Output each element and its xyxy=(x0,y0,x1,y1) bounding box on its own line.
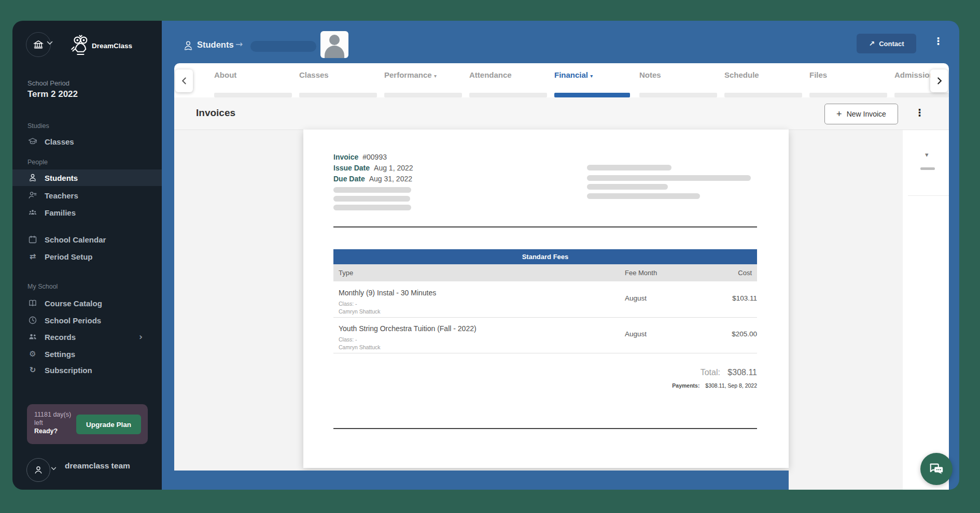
teacher-person-icon xyxy=(28,191,37,200)
invoices-kebab-menu-icon[interactable]: ⋮ xyxy=(915,107,925,118)
tab-files[interactable]: Files xyxy=(809,70,827,79)
upgrade-plan-button[interactable]: Upgrade Plan xyxy=(76,415,141,434)
sidebar-item-families[interactable]: Families xyxy=(12,204,162,221)
col-type: Type xyxy=(339,269,353,277)
contact-button-label: Contact xyxy=(879,40,904,48)
avatar-silhouette-head xyxy=(329,35,340,45)
sidebar-item-period-setup[interactable]: ⇄ Period Setup xyxy=(12,248,162,265)
invoice-number: #00993 xyxy=(362,153,387,161)
breadcrumb[interactable]: Students xyxy=(197,40,234,50)
col-cost: Cost xyxy=(738,269,752,277)
sidebar-item-settings[interactable]: ⚙ Settings xyxy=(12,346,162,362)
sidebar-item-classes[interactable]: Classes xyxy=(12,133,162,150)
account-chevron-down-icon xyxy=(51,467,57,471)
sidebar-item-label: Course Catalog xyxy=(45,299,102,308)
issue-date-value: Aug 1, 2022 xyxy=(374,164,413,172)
brand-name: DreamClass xyxy=(92,42,132,50)
invoice-divider-bottom xyxy=(333,428,757,429)
student-avatar[interactable] xyxy=(320,31,348,58)
sidebar-item-label: Students xyxy=(45,174,78,182)
invoices-toolbar: Invoices + New Invoice ⋮ xyxy=(174,97,949,130)
sidebar-item-students[interactable]: Students xyxy=(12,169,162,186)
section-studies: Studies xyxy=(27,122,49,130)
new-invoice-label: New Invoice xyxy=(847,110,886,118)
tab-notes[interactable]: Notes xyxy=(639,70,661,79)
tab-underline-skeleton xyxy=(214,93,292,97)
sidebar-item-school-periods[interactable]: School Periods xyxy=(12,312,162,329)
swap-arrows-icon: ⇄ xyxy=(28,252,37,261)
caret-down-icon: ▾ xyxy=(590,73,593,79)
chevron-left-icon xyxy=(181,77,187,85)
contact-button[interactable]: ↗ Contact xyxy=(857,34,916,53)
issue-date-label: Issue Date xyxy=(333,164,370,172)
chevron-right-icon: › xyxy=(139,332,143,342)
sidebar-item-label: Records xyxy=(45,333,76,341)
student-detail-card: About Classes Performance ▾ Attendance F… xyxy=(174,63,949,490)
sidebar-item-label: Families xyxy=(45,208,76,217)
refresh-icon: ↻ xyxy=(28,365,37,375)
graduation-cap-icon xyxy=(28,137,37,146)
chevron-right-icon xyxy=(936,77,942,85)
account-person-icon xyxy=(33,465,44,475)
sidebar-item-subscription[interactable]: ↻ Subscription xyxy=(12,362,162,378)
bottom-blue-band xyxy=(174,471,789,490)
tab-financial[interactable]: Financial ▾ xyxy=(554,70,593,79)
section-my-school: My School xyxy=(27,283,58,290)
school-bank-icon xyxy=(33,39,44,50)
trial-upgrade-box: 11181 day(s) left Ready? Upgrade Plan xyxy=(27,404,148,444)
redacted-text-skeleton xyxy=(587,193,700,199)
tab-underline-skeleton xyxy=(384,93,462,97)
account-menu-button[interactable] xyxy=(26,458,50,482)
tab-admission[interactable]: Admission xyxy=(894,70,934,79)
fee-student: Camryn Shattuck xyxy=(339,308,381,315)
chat-bubbles-icon xyxy=(928,461,945,477)
calendar-icon xyxy=(28,235,37,244)
fee-month: August xyxy=(625,294,647,302)
redacted-text-skeleton xyxy=(587,165,671,170)
invoice-number-line: Invoice#00993 xyxy=(333,153,387,161)
trial-days-remaining: 11181 day(s) xyxy=(34,411,71,418)
redacted-text-skeleton xyxy=(587,184,668,190)
invoice-divider-top xyxy=(333,226,757,227)
sidebar-item-course-catalog[interactable]: Course Catalog xyxy=(12,295,162,311)
tab-underline-skeleton xyxy=(469,93,547,97)
tab-performance[interactable]: Performance ▾ xyxy=(384,70,437,79)
plus-icon: + xyxy=(836,109,842,120)
new-invoice-button[interactable]: + New Invoice xyxy=(824,104,898,124)
redacted-text-skeleton xyxy=(587,175,751,181)
tabs-scroll-left-button[interactable] xyxy=(175,69,193,92)
student-name-redacted-skeleton xyxy=(250,41,316,52)
tab-about[interactable]: About xyxy=(214,70,236,79)
sidebar-item-school-calendar[interactable]: School Calendar xyxy=(12,231,162,248)
total-label: Total: xyxy=(701,368,720,377)
sidebar: DreamClass School Period Term 2 2022 Stu… xyxy=(12,21,162,490)
tab-schedule[interactable]: Schedule xyxy=(724,70,759,79)
tab-attendance[interactable]: Attendance xyxy=(469,70,512,79)
trial-days-left-word: left xyxy=(34,419,43,426)
row-divider xyxy=(333,317,757,318)
dreamclass-owl-logo-icon xyxy=(71,34,90,56)
tabs-scroll-right-button[interactable] xyxy=(930,69,948,92)
payments-label: Payments: xyxy=(672,382,699,389)
fee-class: Class: - xyxy=(339,336,357,343)
payments-value: $308.11, Sep 8, 2022 xyxy=(705,382,757,389)
invoice-select-caret-icon[interactable]: ▾ xyxy=(925,151,929,159)
sidebar-item-label: School Calendar xyxy=(45,235,106,244)
fee-month: August xyxy=(625,330,647,338)
sidebar-item-records[interactable]: Records › xyxy=(12,329,162,345)
sidebar-item-label: School Periods xyxy=(45,316,101,325)
account-name: dreamclass team xyxy=(65,461,130,471)
chat-support-button[interactable] xyxy=(920,453,953,485)
total-line: Total: $308.11 xyxy=(701,368,757,377)
sidebar-item-teachers[interactable]: Teachers xyxy=(12,187,162,204)
tab-classes[interactable]: Classes xyxy=(299,70,329,79)
due-date-label: Due Date xyxy=(333,175,365,183)
breadcrumb-arrow-icon: → xyxy=(235,39,243,49)
fee-class: Class: - xyxy=(339,301,357,307)
due-date-value: Aug 31, 2022 xyxy=(369,175,412,183)
section-people: People xyxy=(27,159,48,166)
school-period-value: Term 2 2022 xyxy=(27,89,78,99)
trial-ready-text: Ready? xyxy=(34,428,58,435)
invoice-selector-panel: ▾ xyxy=(903,130,949,490)
header-kebab-menu-icon[interactable]: ⋮ xyxy=(933,35,943,47)
